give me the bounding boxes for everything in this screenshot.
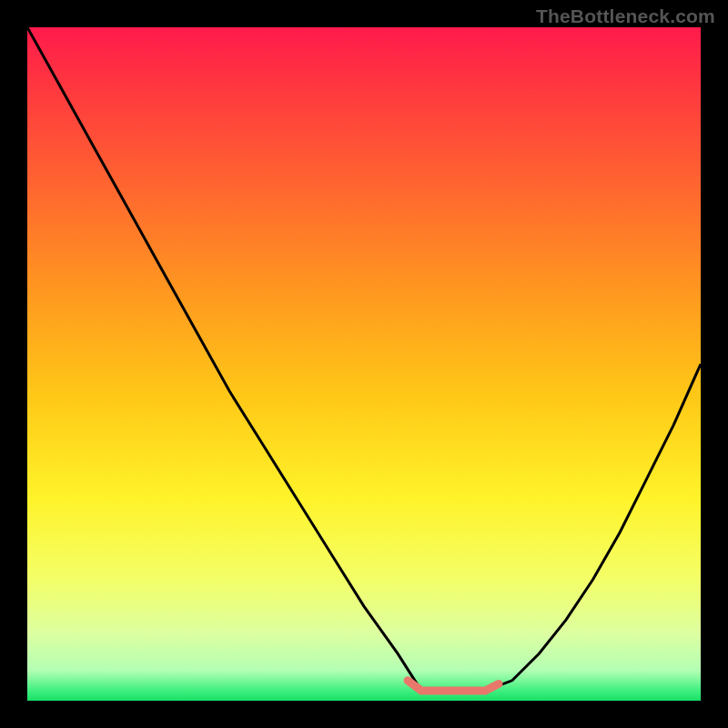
watermark-text: TheBottleneck.com bbox=[536, 5, 715, 27]
plot-area bbox=[27, 27, 701, 701]
chart-svg bbox=[27, 27, 701, 701]
chart-stage: TheBottleneck.com bbox=[0, 0, 728, 728]
gradient-background bbox=[27, 27, 701, 701]
